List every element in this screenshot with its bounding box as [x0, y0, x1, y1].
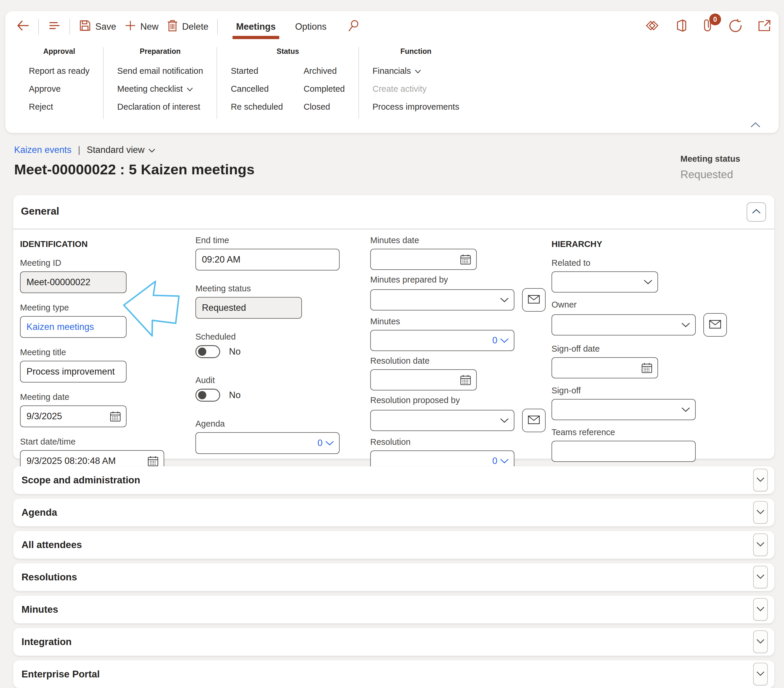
- office-button[interactable]: [675, 19, 687, 34]
- minutes-date-group: Minutes date: [370, 235, 552, 270]
- signoff-group: Sign-off: [552, 386, 740, 420]
- refresh-button[interactable]: [729, 19, 742, 35]
- expand-section-button[interactable]: [753, 501, 768, 524]
- toolbar-divider: [217, 19, 218, 35]
- meeting-title-field[interactable]: Process improvement: [20, 361, 127, 383]
- resolution-proposed-by-group: Resolution proposed by: [370, 395, 552, 432]
- signoff-field[interactable]: [552, 399, 696, 420]
- teams-reference-group: Teams reference: [552, 427, 740, 462]
- calendar-icon[interactable]: [460, 374, 471, 386]
- minutes-column: Minutes date Minutes prepared by: [370, 235, 552, 459]
- meeting-status-value: Requested: [680, 169, 740, 181]
- chevron-up-icon: [751, 209, 761, 215]
- chevron-down-icon[interactable]: [500, 297, 509, 303]
- status-closed-button[interactable]: Closed: [303, 102, 344, 112]
- expand-section-button[interactable]: [753, 534, 768, 556]
- meeting-id-field: Meet-00000022: [20, 271, 127, 293]
- status-archived-button[interactable]: Archived: [303, 66, 344, 76]
- expand-section-button[interactable]: [753, 631, 768, 653]
- status-completed-button[interactable]: Completed: [303, 84, 344, 94]
- chevron-down-icon[interactable]: [500, 335, 509, 346]
- open-in-new-window-icon: [758, 20, 771, 34]
- mail-button[interactable]: [522, 409, 546, 432]
- minutes-field[interactable]: 0: [370, 330, 514, 351]
- attachments-button[interactable]: 0: [702, 18, 713, 35]
- save-button[interactable]: Save: [75, 16, 120, 37]
- mail-button[interactable]: [703, 313, 727, 337]
- page-title: Meet-00000022 : 5 Kaizen meetings: [14, 161, 255, 177]
- expand-section-button[interactable]: [753, 598, 768, 621]
- mail-button[interactable]: [522, 288, 546, 312]
- resolution-proposed-by-field[interactable]: [370, 410, 514, 431]
- open-in-new-window-button[interactable]: [758, 20, 771, 34]
- view-selector[interactable]: Standard view: [87, 144, 156, 155]
- audit-toggle[interactable]: [195, 389, 220, 402]
- toolbar-divider: [38, 19, 39, 35]
- chevron-down-icon[interactable]: [681, 407, 690, 412]
- reject-button[interactable]: Reject: [29, 102, 89, 112]
- save-label: Save: [96, 21, 116, 32]
- agenda-count: 0: [318, 438, 323, 448]
- calendar-icon[interactable]: [109, 411, 121, 422]
- breadcrumb-divider: |: [78, 144, 80, 155]
- group-title: Status: [231, 47, 345, 56]
- menu-button[interactable]: [44, 17, 65, 37]
- declaration-of-interest-button[interactable]: Declaration of interest: [117, 102, 203, 112]
- new-label: New: [140, 21, 159, 32]
- calendar-icon[interactable]: [460, 253, 471, 265]
- teams-reference-field[interactable]: [552, 441, 696, 462]
- delete-button[interactable]: Delete: [163, 16, 213, 37]
- create-activity-button: Create activity: [372, 84, 460, 94]
- calendar-icon[interactable]: [147, 455, 159, 467]
- collapse-general-button[interactable]: [747, 202, 766, 222]
- minutes-prepared-by-field[interactable]: [370, 289, 514, 310]
- resolution-date-field[interactable]: [370, 369, 477, 391]
- group-status: Status Started Cancelled Re scheduled Ar…: [217, 47, 359, 119]
- chevron-down-icon[interactable]: [643, 279, 653, 285]
- section-enterprise-portal: Enterprise Portal: [13, 660, 774, 688]
- attachments-badge: 0: [709, 13, 721, 25]
- expand-section-button[interactable]: [753, 469, 768, 492]
- toggle-knob: [198, 348, 206, 356]
- expand-section-button[interactable]: [753, 663, 768, 686]
- dynamics-meetings-form: { "command": { "save_label": "Save", "ne…: [0, 0, 784, 688]
- new-button[interactable]: New: [120, 17, 163, 37]
- group-title: Preparation: [117, 47, 203, 56]
- meeting-type-link[interactable]: Kaizen meetings: [26, 322, 94, 332]
- scheduled-toggle[interactable]: [195, 345, 220, 358]
- collapse-action-pane-button[interactable]: [750, 122, 761, 130]
- end-time-field[interactable]: 09:20 AM: [195, 249, 339, 271]
- meeting-checklist-menu[interactable]: Meeting checklist: [117, 84, 203, 94]
- minutes-date-field[interactable]: [370, 249, 477, 270]
- process-improvements-button[interactable]: Process improvements: [372, 102, 460, 112]
- status-started-button[interactable]: Started: [231, 66, 283, 76]
- status-cancelled-button[interactable]: Cancelled: [231, 84, 283, 94]
- report-as-ready-button[interactable]: Report as ready: [29, 66, 89, 76]
- agenda-field[interactable]: 0: [195, 432, 339, 454]
- owner-field[interactable]: [552, 314, 696, 335]
- tab-meetings[interactable]: Meetings: [230, 18, 282, 35]
- signoff-date-field[interactable]: [552, 357, 658, 378]
- related-to-field[interactable]: [552, 271, 658, 292]
- group-preparation: Preparation Send email notification Meet…: [104, 47, 217, 119]
- chevron-down-icon[interactable]: [325, 438, 334, 448]
- financials-menu[interactable]: Financials: [372, 66, 460, 76]
- approve-button[interactable]: Approve: [29, 84, 89, 94]
- meeting-type-field[interactable]: Kaizen meetings: [20, 316, 127, 338]
- expand-section-button[interactable]: [753, 566, 768, 589]
- calendar-icon[interactable]: [641, 362, 653, 374]
- command-panel: Save New Delete Meetings Options: [5, 11, 779, 133]
- meeting-date-field[interactable]: 9/3/2025: [20, 406, 127, 427]
- chevron-down-icon[interactable]: [500, 456, 509, 466]
- search-button[interactable]: [344, 16, 362, 37]
- chevron-down-icon[interactable]: [681, 322, 690, 328]
- status-rescheduled-button[interactable]: Re scheduled: [231, 102, 283, 112]
- tab-options[interactable]: Options: [289, 18, 333, 35]
- send-email-notification-button[interactable]: Send email notification: [117, 66, 203, 76]
- breadcrumb-link[interactable]: Kaizen events: [14, 144, 71, 155]
- app-switcher-button[interactable]: [645, 19, 659, 34]
- chevron-down-icon: [756, 671, 765, 677]
- back-button[interactable]: [12, 16, 33, 37]
- group-title: Function: [372, 47, 460, 56]
- chevron-down-icon[interactable]: [500, 417, 509, 424]
